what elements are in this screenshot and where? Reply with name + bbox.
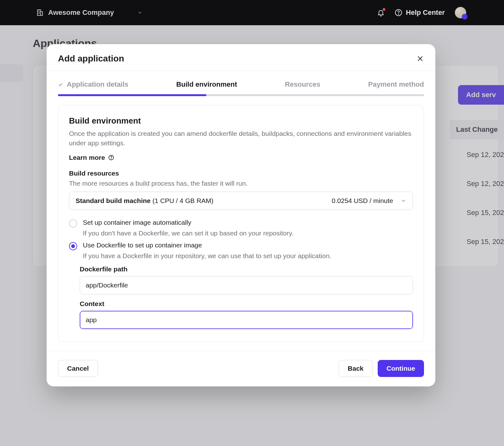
radio-auto-description: If you don't have a Dockerfile, we can s… bbox=[83, 229, 413, 237]
building-icon bbox=[36, 9, 44, 16]
build-environment-card: Build environment Once the application i… bbox=[58, 105, 424, 342]
svg-point-6 bbox=[398, 14, 399, 14]
radio-auto-label[interactable]: Set up container image automatically bbox=[83, 219, 191, 226]
build-resources-subtext: The more resources a build process has, … bbox=[69, 180, 413, 187]
step-application-details[interactable]: Application details bbox=[58, 80, 129, 89]
back-button[interactable]: Back bbox=[339, 360, 373, 377]
dockerfile-path-input[interactable] bbox=[80, 276, 413, 294]
chevron-down-icon bbox=[137, 10, 142, 15]
check-icon bbox=[58, 82, 63, 87]
topbar: Awesome Company Help Center bbox=[0, 0, 504, 25]
chevron-down-icon bbox=[401, 198, 406, 204]
help-icon bbox=[395, 9, 402, 16]
context-label: Context bbox=[80, 300, 413, 308]
build-machine-price: 0.0254 USD / minute bbox=[332, 197, 393, 205]
step-build-environment[interactable]: Build environment bbox=[176, 80, 237, 89]
modal-title: Add application bbox=[58, 54, 124, 64]
org-switcher[interactable]: Awesome Company bbox=[36, 9, 142, 17]
svg-point-10 bbox=[111, 159, 112, 159]
notifications-button[interactable] bbox=[377, 9, 385, 16]
dockerfile-path-label: Dockerfile path bbox=[80, 265, 413, 273]
build-resources-heading: Build resources bbox=[69, 170, 413, 177]
section-description: Once the application is created you can … bbox=[69, 129, 413, 148]
close-button[interactable] bbox=[416, 55, 424, 62]
avatar[interactable] bbox=[455, 7, 466, 18]
wizard-progress bbox=[58, 94, 424, 96]
notification-dot-icon bbox=[383, 8, 385, 11]
topbar-actions: Help Center bbox=[377, 7, 466, 18]
cancel-button[interactable]: Cancel bbox=[58, 360, 98, 377]
help-icon bbox=[108, 154, 114, 161]
context-input[interactable] bbox=[80, 311, 413, 329]
section-title: Build environment bbox=[69, 116, 413, 126]
help-label: Help Center bbox=[406, 9, 445, 17]
radio-dockerfile[interactable] bbox=[69, 242, 77, 250]
continue-button[interactable]: Continue bbox=[378, 360, 424, 377]
org-name: Awesome Company bbox=[48, 9, 114, 17]
step-payment-method[interactable]: Payment method bbox=[368, 80, 424, 89]
wizard-stepper: Application details Build environment Re… bbox=[47, 71, 435, 89]
build-machine-select[interactable]: Standard build machine (1 CPU / 4 GB RAM… bbox=[69, 192, 413, 210]
step-resources[interactable]: Resources bbox=[285, 80, 320, 89]
add-application-modal: Add application Application details Buil… bbox=[47, 44, 435, 386]
radio-dockerfile-description: If you have a Dockerfile in your reposit… bbox=[83, 252, 413, 260]
radio-auto-container[interactable] bbox=[69, 219, 77, 228]
learn-more-link[interactable]: Learn more bbox=[69, 154, 413, 161]
radio-dockerfile-label[interactable]: Use Dockerfile to set up container image bbox=[83, 241, 202, 249]
help-center-link[interactable]: Help Center bbox=[395, 9, 445, 17]
svg-rect-1 bbox=[41, 12, 43, 15]
